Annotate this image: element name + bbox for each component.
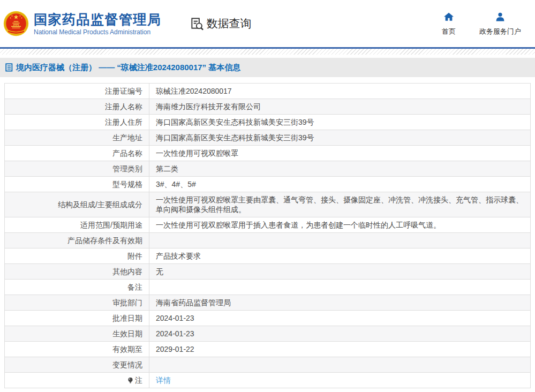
row-value-cell: 海南维力医疗科技开发有限公司 <box>149 99 531 115</box>
row-value-cell: 海口国家高新区美安生态科技新城美安三街39号 <box>149 130 531 146</box>
row-label: 审批部门 <box>112 298 142 307</box>
row-value-cell: 琼械注准20242080017 <box>149 84 531 99</box>
table-row: 生效日期2024-01-23 <box>5 326 531 342</box>
page-title: 境内医疗器械（注册） —— “琼械注准20242080017” 基本信息 <box>16 63 240 73</box>
nav-item-service-portal[interactable]: 政务服务门户 <box>479 11 521 36</box>
row-label: 其他内容 <box>112 267 142 276</box>
row-label-cell: 型号规格 <box>5 177 149 192</box>
table-row: 生产地址海口国家高新区美安生态科技新城美安三街39号 <box>5 130 531 146</box>
row-value-cell: 3#、4#、5# <box>149 177 531 192</box>
row-value-cell: 2024-01-23 <box>149 326 531 342</box>
row-label-cell: 附件 <box>5 248 149 264</box>
row-label-cell: 生产地址 <box>5 130 149 146</box>
hatch-stripe-band <box>0 49 535 55</box>
table-row: 注册人名称海南维力医疗科技开发有限公司 <box>5 99 531 115</box>
table-row: 附件产品技术要求 <box>5 248 531 264</box>
table-row: 产品储存条件及有效期 <box>5 233 531 248</box>
table-row: 有效期至2029-01-22 <box>5 342 531 357</box>
row-label: 备注 <box>127 283 142 291</box>
nav-item-home[interactable]: 首页 <box>442 11 456 36</box>
row-value-cell <box>149 357 531 373</box>
table-row: 注详情 <box>5 373 531 388</box>
row-value-cell: 详情 <box>149 373 531 388</box>
registration-info-table: 注册证编号琼械注准20242080017注册人名称海南维力医疗科技开发有限公司注… <box>4 83 531 388</box>
row-value: 2024-01-23 <box>156 314 194 322</box>
table-row: 注册人住所海口国家高新区美安生态科技新城美安三街39号 <box>5 115 531 130</box>
row-label: 生效日期 <box>112 329 142 338</box>
table-row: 注册证编号琼械注准20242080017 <box>5 84 531 99</box>
row-value: 琼械注准20242080017 <box>156 87 232 95</box>
row-label-cell: 备注 <box>5 280 149 295</box>
row-value: 一次性使用可视双腔喉罩主要由罩囊、通气弯管、接头、摄像固定座、冲洗管、冲洗接头、… <box>156 195 523 214</box>
row-label-cell: 结构及组成/主要组成成分 <box>5 192 149 217</box>
home-icon <box>443 11 455 23</box>
row-label-cell: 变更情况 <box>5 357 149 373</box>
row-label-cell: 注册人名称 <box>5 99 149 115</box>
row-value: 海口国家高新区美安生态科技新城美安三街39号 <box>156 118 314 126</box>
row-value: 2029-01-22 <box>156 345 194 353</box>
row-label-cell: 注 <box>5 373 149 388</box>
row-value: 海南省药品监督管理局 <box>156 298 231 307</box>
table-row: 结构及组成/主要组成成分一次性使用可视双腔喉罩主要由罩囊、通气弯管、接头、摄像固… <box>5 192 531 217</box>
top-nav: 首页 政务服务门户 <box>442 11 521 36</box>
row-value-cell: 无 <box>149 264 531 280</box>
row-label: 型号规格 <box>112 180 142 189</box>
row-label: 注册人名称 <box>105 102 142 111</box>
nav-service-portal-label: 政务服务门户 <box>479 27 521 36</box>
table-row: 产品名称一次性使用可视双腔喉罩 <box>5 146 531 161</box>
row-label: 变更情况 <box>112 360 142 369</box>
document-search-icon <box>190 17 204 31</box>
row-value: 无 <box>156 267 163 276</box>
row-label: 产品储存条件及有效期 <box>67 236 142 245</box>
national-emblem-icon <box>3 11 29 36</box>
row-label: 生产地址 <box>112 133 142 142</box>
row-value-cell: 2024-01-23 <box>149 311 531 326</box>
data-query-label: 数据查询 <box>207 16 252 31</box>
row-value-cell: 海南省药品监督管理局 <box>149 295 531 311</box>
row-label: 注册人住所 <box>105 118 142 126</box>
row-value-cell <box>149 233 531 248</box>
row-value: 海口国家高新区美安生态科技新城美安三街39号 <box>156 133 314 142</box>
row-label: 结构及组成/主要组成成分 <box>58 200 142 209</box>
row-value-cell: 产品技术要求 <box>149 248 531 264</box>
row-label: 注册证编号 <box>105 87 142 95</box>
row-label-cell: 适用范围/预期用途 <box>5 217 149 233</box>
site-title: 国家药品监督管理局 <box>34 12 162 27</box>
row-value-cell: 一次性使用可视双腔喉罩用于插入患者食道，为患者创建一个临时性的人工呼吸气道。 <box>149 217 531 233</box>
row-label-cell: 审批部门 <box>5 295 149 311</box>
table-row: 变更情况 <box>5 357 531 373</box>
row-label: 有效期至 <box>112 345 142 353</box>
table-row: 适用范围/预期用途一次性使用可视双腔喉罩用于插入患者食道，为患者创建一个临时性的… <box>5 217 531 233</box>
row-label: 批准日期 <box>112 314 142 322</box>
site-logo[interactable]: 国家药品监督管理局 National Medical Products Admi… <box>3 11 162 36</box>
row-label-cell: 其他内容 <box>5 264 149 280</box>
details-link[interactable]: 详情 <box>156 376 171 385</box>
row-label: 注 <box>135 376 142 385</box>
row-value-cell: 海口国家高新区美安生态科技新城美安三街39号 <box>149 115 531 130</box>
table-row: 管理类别第二类 <box>5 161 531 177</box>
table-row: 审批部门海南省药品监督管理局 <box>5 295 531 311</box>
row-label: 适用范围/预期用途 <box>80 221 142 229</box>
row-value: 产品技术要求 <box>156 252 201 260</box>
row-label: 附件 <box>127 252 142 260</box>
site-subtitle: National Medical Products Administration <box>34 28 162 36</box>
row-value-cell: 一次性使用可视双腔喉罩 <box>149 146 531 161</box>
row-label-cell: 注册证编号 <box>5 84 149 99</box>
row-value-cell: 第二类 <box>149 161 531 177</box>
data-query-tab[interactable]: 数据查询 <box>190 16 252 31</box>
list-document-icon <box>5 63 13 72</box>
row-label-cell: 管理类别 <box>5 161 149 177</box>
info-table-body: 注册证编号琼械注准20242080017注册人名称海南维力医疗科技开发有限公司注… <box>5 84 531 388</box>
row-value-cell <box>149 280 531 295</box>
row-value: 一次性使用可视双腔喉罩 <box>156 149 238 157</box>
row-value: 3#、4#、5# <box>156 180 196 189</box>
row-label: 产品名称 <box>112 149 142 157</box>
row-label-cell: 批准日期 <box>5 311 149 326</box>
row-value: 一次性使用可视双腔喉罩用于插入患者食道，为患者创建一个临时性的人工呼吸气道。 <box>156 221 441 229</box>
row-value: 海南维力医疗科技开发有限公司 <box>156 102 261 111</box>
table-row: 批准日期2024-01-23 <box>5 311 531 326</box>
row-label: 管理类别 <box>112 164 142 173</box>
nav-home-label: 首页 <box>442 27 456 36</box>
header: 国家药品监督管理局 National Medical Products Admi… <box>0 0 535 47</box>
row-value: 2024-01-23 <box>156 329 194 338</box>
